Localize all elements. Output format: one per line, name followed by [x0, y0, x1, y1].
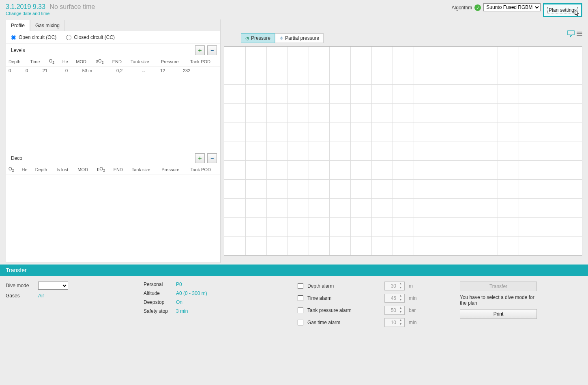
plan-settings-button[interactable]: Plan settings: [543, 3, 582, 17]
gases-label: Gases: [6, 293, 34, 299]
col-po2: pO2: [93, 57, 110, 67]
deepstop-value[interactable]: On: [176, 299, 182, 305]
dcol-o2: O2: [6, 165, 19, 174]
time-alarm-label: Time alarm: [307, 295, 380, 301]
time-alarm-checkbox[interactable]: [298, 295, 303, 301]
check-icon: ✓: [474, 4, 481, 11]
menu-icon[interactable]: [577, 32, 582, 36]
algorithm-label: Algorithm: [452, 5, 472, 11]
altitude-value[interactable]: A0 (0 - 300 m): [176, 290, 207, 296]
table-row[interactable]: 0 0 21 0 53 m 0,2 -- 12 232: [6, 67, 220, 75]
col-end: END: [110, 57, 128, 67]
time-alarm-spinner[interactable]: ▲▼: [384, 294, 405, 303]
levels-add-button[interactable]: ＋: [195, 45, 205, 55]
tab-profile[interactable]: Profile: [6, 20, 30, 31]
print-button[interactable]: Print: [460, 309, 537, 319]
plan-datetime: 3.1.2019 9.33: [6, 3, 45, 10]
dive-mode-label: Dive mode: [6, 283, 34, 288]
depth-alarm-label: Depth alarm: [307, 283, 380, 289]
dcol-tank-size: Tank size: [129, 165, 159, 174]
levels-title: Levels: [11, 47, 25, 53]
transfer-button[interactable]: Transfer: [460, 282, 537, 291]
gases-value[interactable]: Air: [38, 293, 44, 299]
transfer-header: Transfer: [0, 265, 588, 276]
levels-remove-button[interactable]: −: [207, 45, 217, 55]
dcol-po2: pO2: [94, 165, 111, 174]
gas-alarm-spinner[interactable]: ▲▼: [384, 318, 405, 327]
dcol-pressure: Pressure: [159, 165, 188, 174]
col-o2: O2: [47, 57, 60, 67]
chart-area: [224, 46, 582, 256]
dcol-islost: Is lost: [54, 165, 75, 174]
safety-stop-value[interactable]: 3 min: [176, 308, 188, 314]
col-time: Time: [28, 57, 46, 67]
gas-alarm-checkbox[interactable]: [298, 320, 303, 325]
dcol-he: He: [19, 165, 33, 174]
personal-value[interactable]: P0: [176, 282, 182, 287]
col-depth: Depth: [6, 57, 28, 67]
radio-open-circuit[interactable]: Open circuit (OC): [11, 34, 56, 40]
tank-alarm-spinner[interactable]: ▲▼: [384, 306, 405, 315]
deepstop-label: Deepstop: [144, 299, 172, 305]
hint-text: You have to select a dive mode for the p…: [460, 295, 541, 306]
dcol-end: END: [111, 165, 129, 174]
deco-add-button[interactable]: ＋: [195, 153, 205, 163]
depth-alarm-checkbox[interactable]: [298, 283, 303, 289]
tank-alarm-label: Tank pressure alarm: [307, 308, 380, 313]
dive-mode-select[interactable]: [38, 282, 68, 290]
radio-closed-circuit[interactable]: Closed circuit (CC): [66, 34, 115, 40]
chart-tab-pressure[interactable]: ◔ Pressure: [241, 33, 275, 43]
dcol-tank-pod: Tank POD: [188, 165, 220, 174]
safety-stop-label: Safety stop: [144, 308, 172, 314]
change-date-link[interactable]: Change date and time: [6, 11, 49, 16]
dcol-mod: MOD: [75, 165, 94, 174]
gas-alarm-label: Gas time alarm: [307, 320, 380, 325]
depth-alarm-spinner[interactable]: ▲▼: [384, 282, 405, 290]
deco-remove-button[interactable]: −: [207, 153, 217, 163]
col-pressure: Pressure: [159, 57, 188, 67]
col-he: He: [60, 57, 74, 67]
gauge-icon: ◔: [245, 36, 249, 41]
molecule-icon: ⚛: [279, 36, 283, 41]
algorithm-select[interactable]: Suunto Fused RGBM: [483, 3, 541, 11]
col-mod: MOD: [73, 57, 93, 67]
surface-time: No surface time: [49, 3, 95, 10]
personal-label: Personal: [144, 282, 172, 287]
col-tank-pod: Tank POD: [188, 57, 220, 67]
tank-alarm-checkbox[interactable]: [298, 308, 303, 313]
dcol-depth: Depth: [33, 165, 54, 174]
callout-icon: [567, 30, 575, 37]
cursor-icon: [575, 9, 580, 17]
tab-gas-mixing[interactable]: Gas mixing: [30, 20, 65, 31]
col-tank-size: Tank size: [128, 57, 159, 67]
altitude-label: Altitude: [144, 290, 172, 296]
deco-title: Deco: [11, 155, 22, 161]
chart-tab-partial-pressure[interactable]: ⚛ Partial pressure: [275, 33, 324, 43]
